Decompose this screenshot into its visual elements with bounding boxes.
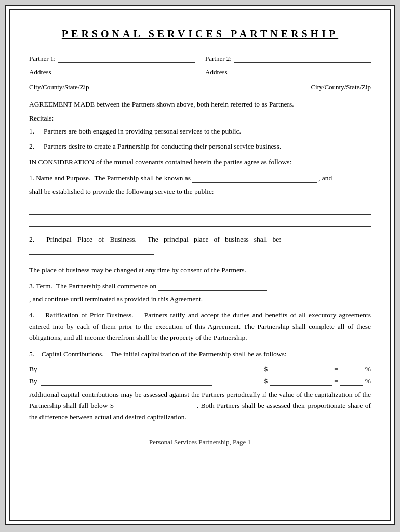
recital-2-text: Partners desire to create a Partnership … — [44, 141, 281, 152]
clause-2-word1: Principal — [46, 234, 72, 246]
business-place-input[interactable] — [29, 246, 154, 255]
consideration-text: IN CONSIDERATION of the mutual covenants… — [29, 156, 371, 168]
term-text-before: The Partnership shall commence on — [56, 281, 156, 292]
clause-name-purpose: 1. Name and Purpose. The Partnership sha… — [29, 172, 371, 226]
term-num: 3. — [29, 281, 34, 292]
partner2-label: Partner 2: — [205, 55, 232, 63]
by-input-1[interactable] — [41, 365, 212, 374]
clause-2-num: 2. — [29, 234, 34, 246]
footer: Personal Services Partnership, Page 1 — [29, 438, 371, 446]
address2-field: Address — [205, 68, 371, 76]
recital-1-num: 1. — [29, 126, 39, 137]
recital-1-text: Partners are both engaged in providing p… — [44, 126, 241, 137]
clause-term: 3. Term. The Partnership shall commence … — [29, 281, 371, 304]
city-label-left: City/County/State/Zip — [29, 83, 89, 91]
service-line-2[interactable] — [29, 218, 371, 227]
capital-num: 5. — [29, 350, 34, 358]
clause-2-line1: 2. Principal Place of Business. The prin… — [29, 234, 371, 246]
capital-text: The initial capitalization of the Partne… — [111, 350, 287, 358]
service-line-1[interactable] — [29, 206, 371, 215]
percent-input-2[interactable] — [340, 377, 363, 386]
dollar-sign-1: $ — [264, 365, 268, 374]
capital-label: Capital Contributions. — [42, 350, 104, 358]
city-label-right: City/County/State/Zip — [311, 83, 371, 91]
recital-2-num: 2. — [29, 141, 39, 152]
percent-sign-1: % — [365, 365, 371, 374]
address2-label: Address — [205, 68, 228, 76]
clause-2-word3: of — [98, 234, 104, 246]
clause-1-num: 1. — [29, 172, 34, 184]
by-row-1: By $ = % — [29, 365, 371, 374]
clause-capital: 5. Capital Contributions. The initial ca… — [29, 349, 371, 360]
clause-2-line2 — [29, 246, 371, 255]
recitals-label: Recitals: — [29, 114, 371, 123]
percent-sign-2: % — [365, 377, 371, 385]
clause-2-word4: Business. — [110, 234, 136, 246]
additional-capital-block: Additional capital contributions may be … — [29, 389, 371, 423]
partner2-input[interactable] — [234, 55, 371, 63]
document-page: PERSONAL SERVICES PARTNERSHIP Partner 1:… — [5, 5, 395, 525]
divider-row — [29, 79, 371, 82]
partner1-input[interactable] — [58, 55, 195, 63]
percent-input-1[interactable] — [340, 365, 363, 374]
commence-date-input[interactable] — [158, 282, 267, 291]
place-change-text: The place of business may be changed at … — [29, 264, 371, 276]
clause-2-word2: Place — [77, 234, 92, 246]
partner1-field: Partner 1: — [29, 55, 195, 63]
capital-amount-input[interactable] — [114, 402, 197, 410]
by-row-2: By $ = % — [29, 377, 371, 386]
ratification-label: Ratification of Prior Business. — [45, 311, 133, 319]
clause-1-text-after-comma: , and — [318, 172, 332, 184]
partner-fields-row: Partner 1: Partner 2: — [29, 55, 371, 63]
clause-2-text: The principal place of business shall be… — [148, 234, 281, 246]
partner2-field: Partner 2: — [205, 55, 371, 63]
equals-2: = — [334, 377, 338, 385]
address1-input[interactable] — [54, 68, 195, 76]
agreement-text: AGREEMENT MADE between the Partners show… — [29, 99, 371, 110]
equals-1: = — [334, 365, 338, 374]
document-title: PERSONAL SERVICES PARTNERSHIP — [29, 28, 371, 40]
service-lines — [29, 206, 371, 227]
dollar-input-1[interactable] — [270, 365, 332, 374]
dollar-input-2[interactable] — [270, 377, 332, 386]
recital-2: 2. Partners desire to create a Partnersh… — [29, 141, 371, 152]
clause-1-line1: 1. Name and Purpose. The Partnership sha… — [29, 172, 371, 184]
clause-1-line2: shall be established to provide the foll… — [29, 186, 371, 197]
clause-ratification: 4. Ratification of Prior Business. Partn… — [29, 310, 371, 343]
address2-input[interactable] — [230, 68, 371, 76]
partner1-label: Partner 1: — [29, 55, 56, 63]
clause-1-label: Name and Purpose. — [36, 172, 90, 184]
divider-left — [29, 82, 195, 82]
term-text-after: , and continue until terminated as provi… — [29, 294, 203, 305]
divider-mid — [205, 82, 288, 82]
partnership-name-input[interactable] — [192, 174, 317, 183]
city-row: City/County/State/Zip City/County/State/… — [29, 83, 371, 91]
dollar-group-2: $ = % — [264, 377, 371, 386]
address1-label: Address — [29, 68, 51, 76]
by-label-1: By — [29, 365, 37, 374]
ratification-num: 4. — [29, 311, 34, 319]
clause-1-text-before: The Partnership shall be known as — [94, 172, 191, 184]
business-divider — [29, 259, 371, 259]
term-label: Term. — [36, 281, 52, 292]
divider-right — [294, 82, 371, 82]
address1-field: Address — [29, 68, 195, 76]
dollar-group-1: $ = % — [264, 365, 371, 374]
by-input-2[interactable] — [41, 377, 212, 386]
clause-principal-business: 2. Principal Place of Business. The prin… — [29, 234, 371, 255]
address-row: Address Address — [29, 68, 371, 76]
by-label-2: By — [29, 377, 37, 385]
dollar-sign-2: $ — [264, 377, 268, 385]
recital-1: 1. Partners are both engaged in providin… — [29, 126, 371, 137]
